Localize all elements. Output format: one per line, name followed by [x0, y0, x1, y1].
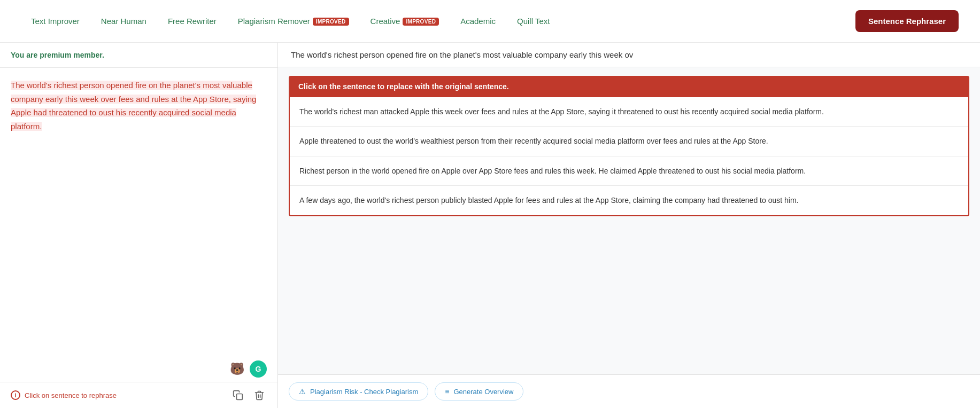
input-text[interactable]: The world's richest person opened fire o… [11, 79, 267, 133]
instruction-box: Click on the sentence to replace with th… [289, 76, 969, 97]
right-header: The world's richest person opened fire o… [278, 43, 980, 67]
nav-item-academic[interactable]: Academic [451, 11, 505, 31]
info-icon: i [11, 390, 20, 400]
badge-plagiarism-remover: Improved [313, 18, 349, 26]
nav-item-creative[interactable]: CreativeImproved [361, 11, 449, 32]
generate-overview-label: Generate Overview [453, 388, 513, 396]
navbar: Text ImproverNear HumanFree RewriterPlag… [0, 0, 980, 43]
plagiarism-check-label: Plagiarism Risk - Check Plagiarism [310, 388, 418, 396]
right-panel: The world's richest person opened fire o… [278, 43, 980, 408]
copy-button[interactable] [230, 388, 245, 403]
footer-hint-label: Click on sentence to rephrase [25, 391, 117, 399]
alternatives-container: The world's richest man attacked Apple t… [289, 97, 969, 216]
plagiarism-check-icon: ⚠ [299, 387, 306, 396]
alternative-item-2[interactable]: Apple threatened to oust the world's wea… [290, 127, 968, 156]
delete-button[interactable] [252, 388, 267, 403]
alternative-item-3[interactable]: Richest person in the world opened fire … [290, 156, 968, 186]
svg-rect-0 [237, 394, 243, 400]
nav-item-near-human[interactable]: Near Human [91, 11, 156, 31]
left-footer: i Click on sentence to rephrase [0, 382, 277, 408]
generate-overview-icon: ≡ [445, 387, 449, 396]
right-footer: ⚠Plagiarism Risk - Check Plagiarism≡Gene… [278, 374, 980, 408]
left-header: You are premium member. [0, 43, 277, 68]
generate-overview-button[interactable]: ≡Generate Overview [435, 382, 523, 401]
tool-icons-row: 🐻 G [0, 356, 277, 382]
bear-icon[interactable]: 🐻 [228, 360, 245, 378]
left-panel: You are premium member. The world's rich… [0, 43, 278, 408]
grammarly-icon[interactable]: G [250, 360, 267, 378]
footer-hint-area: i Click on sentence to rephrase [11, 390, 117, 400]
nav-item-free-rewriter[interactable]: Free Rewriter [158, 11, 226, 31]
left-content: The world's richest person opened fire o… [0, 68, 277, 356]
nav-item-quill-text[interactable]: Quill Text [507, 11, 559, 31]
right-content: Click on the sentence to replace with th… [278, 67, 980, 374]
badge-creative: Improved [403, 18, 439, 26]
nav-item-plagiarism-remover[interactable]: Plagiarism RemoverImproved [228, 11, 359, 32]
plagiarism-check-button[interactable]: ⚠Plagiarism Risk - Check Plagiarism [289, 382, 428, 401]
main-container: You are premium member. The world's rich… [0, 43, 980, 408]
footer-actions [230, 388, 267, 403]
highlighted-text: The world's richest person opened fire o… [11, 81, 256, 131]
alternative-item-1[interactable]: The world's richest man attacked Apple t… [290, 97, 968, 127]
premium-label: You are premium member. [11, 51, 104, 59]
alternative-item-4[interactable]: A few days ago, the world's richest pers… [290, 186, 968, 215]
sentence-rephraser-button[interactable]: Sentence Rephraser [855, 10, 959, 32]
nav-item-text-improver[interactable]: Text Improver [21, 11, 89, 31]
